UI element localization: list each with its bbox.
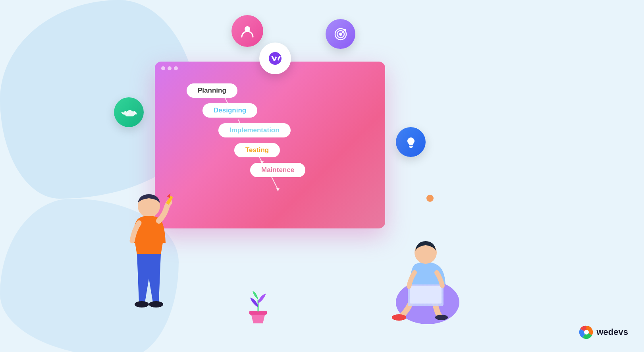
user-icon bbox=[231, 15, 263, 47]
svg-point-24 bbox=[435, 315, 448, 320]
wedevs-text: wedevs bbox=[597, 327, 629, 337]
browser-window: Planning Designing Implementation Testin… bbox=[155, 62, 385, 228]
person-right-svg bbox=[386, 211, 465, 330]
person-left-svg bbox=[117, 187, 181, 334]
flow-item-testing: Testing bbox=[234, 143, 305, 157]
flow-item-implementation: Implementation bbox=[218, 123, 305, 137]
person-left bbox=[117, 187, 181, 330]
svg-rect-5 bbox=[409, 146, 413, 147]
flow-pill-testing: Testing bbox=[234, 143, 280, 157]
browser-dot-3 bbox=[174, 66, 178, 70]
browser-dot-1 bbox=[161, 66, 165, 70]
svg-rect-27 bbox=[410, 286, 442, 304]
wedevs-logo-icon bbox=[579, 325, 594, 339]
bulb-icon bbox=[396, 127, 426, 157]
svg-marker-14 bbox=[276, 188, 280, 191]
browser-dot-2 bbox=[168, 66, 172, 70]
logo-svg bbox=[266, 49, 285, 68]
svg-point-19 bbox=[149, 301, 163, 308]
flow-item-maintenance: Maintence bbox=[250, 163, 305, 177]
flow-pill-planning: Planning bbox=[187, 83, 237, 98]
flowchart: Planning Designing Implementation Testin… bbox=[187, 83, 305, 177]
flow-pill-designing: Designing bbox=[202, 103, 257, 118]
svg-point-3 bbox=[339, 33, 342, 36]
logo-circle bbox=[259, 43, 291, 74]
plant-svg bbox=[242, 284, 274, 327]
flow-item-planning: Planning bbox=[187, 83, 305, 98]
handshake-icon bbox=[114, 97, 144, 127]
decoration-dot bbox=[426, 195, 434, 202]
plant bbox=[242, 284, 274, 329]
page: Planning Designing Implementation Testin… bbox=[0, 0, 644, 352]
wedevs-branding: wedevs bbox=[579, 325, 629, 339]
svg-point-29 bbox=[584, 330, 589, 335]
svg-point-23 bbox=[392, 314, 406, 321]
flow-pill-maintenance: Maintence bbox=[250, 163, 305, 177]
person-right bbox=[386, 211, 465, 330]
flow-item-designing: Designing bbox=[202, 103, 305, 118]
flow-pill-implementation: Implementation bbox=[218, 123, 291, 137]
svg-rect-6 bbox=[409, 147, 412, 148]
svg-point-18 bbox=[135, 301, 149, 308]
target-icon bbox=[326, 19, 355, 49]
